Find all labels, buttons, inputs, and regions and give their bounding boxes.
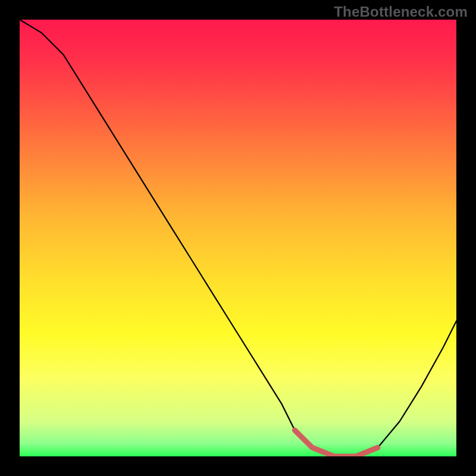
chart-frame: TheBottleneck.com — [0, 0, 476, 476]
gradient-background — [20, 20, 456, 456]
plot-area — [20, 20, 456, 456]
watermark-text: TheBottleneck.com — [334, 4, 468, 20]
chart-svg — [20, 20, 456, 456]
